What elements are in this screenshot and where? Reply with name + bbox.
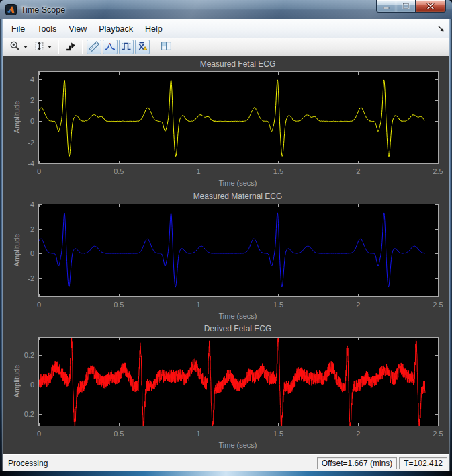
toolbar-separator: [58, 40, 59, 54]
zoom-in-icon: [9, 40, 21, 54]
figure-area: Measured Fetal ECGAmplitude00.511.522.54…: [3, 56, 449, 454]
chart-panel-3: Derived Fetal ECGAmplitude00.511.522.50.…: [3, 321, 449, 454]
y-tick-label: 0: [13, 381, 34, 389]
menu-item-file[interactable]: File: [5, 19, 31, 38]
x-tick-label: 0.5: [114, 430, 124, 438]
y-tick-label: 0: [13, 249, 34, 257]
chart-panel-1: Measured Fetal ECGAmplitude00.511.522.54…: [3, 56, 449, 189]
title-bar[interactable]: Time Scope: [0, 0, 452, 19]
y-tick-label: 0.2: [13, 351, 34, 359]
x-tick-label: 1: [197, 430, 201, 438]
plot-axes: [38, 71, 439, 164]
x-tick-label: 1.5: [273, 430, 283, 438]
layout-button[interactable]: [159, 40, 173, 54]
maximize-button[interactable]: [396, 0, 415, 13]
menu-item-playback[interactable]: Playback: [93, 19, 139, 38]
y-tick-label: 2: [13, 225, 34, 233]
chart-panel-2: Measured Maternal ECGAmplitude00.511.522…: [3, 189, 449, 321]
window-title: Time Scope: [21, 5, 65, 15]
step-forward-button[interactable]: [63, 40, 78, 54]
signal-statistics-icon: [137, 41, 148, 54]
time-indicator: T=102.412: [399, 457, 447, 469]
window-bottom-frame: [0, 471, 452, 476]
y-tick-label: 2: [13, 96, 34, 104]
offset-indicator: Offset=1.667 (mins): [317, 457, 398, 469]
status-message: Processing: [8, 459, 48, 468]
y-tick-label: -2: [13, 138, 34, 147]
scale-axes-icon: [34, 40, 45, 54]
x-tick-label: 1: [197, 301, 201, 309]
x-tick-label: 0: [37, 167, 41, 175]
y-tick-label: 4: [13, 200, 34, 208]
cursor-measurements-button[interactable]: [87, 40, 101, 54]
signal-statistics-button[interactable]: [135, 40, 150, 54]
close-icon: [426, 3, 435, 9]
menu-item-help[interactable]: Help: [139, 19, 169, 38]
y-tick-label: -0.2: [13, 410, 34, 418]
toolbar-separator: [82, 40, 83, 54]
zoom-in-dropdown-caret[interactable]: [24, 46, 28, 48]
x-tick-label: 1.5: [273, 301, 283, 309]
x-tick-label: 2: [356, 430, 360, 438]
window-controls: [376, 0, 446, 13]
minimize-button[interactable]: [376, 0, 396, 13]
menu-bar: FileToolsViewPlaybackHelp: [3, 19, 449, 38]
step-forward-icon: [64, 40, 77, 54]
x-axis-label: Time (secs): [38, 441, 437, 449]
zoom-in-button[interactable]: [7, 40, 22, 54]
x-axis-label: Time (secs): [38, 312, 437, 320]
minimize-icon: [383, 3, 390, 9]
y-tick-label: 4: [13, 75, 34, 83]
plot-canvas-3[interactable]: [39, 338, 438, 426]
x-tick-label: 2: [356, 167, 360, 175]
y-tick-label: 0: [13, 117, 34, 125]
y-tick-label: -2: [13, 274, 34, 282]
client-area: FileToolsViewPlaybackHelp Measured Fetal…: [3, 19, 449, 471]
scale-axes-dropdown-caret[interactable]: [48, 46, 52, 48]
maximize-icon: [402, 3, 410, 9]
bilevel-measurements-button[interactable]: [119, 40, 134, 54]
chart-title: Derived Fetal ECG: [38, 324, 437, 333]
plot-canvas-2[interactable]: [39, 204, 438, 296]
x-tick-label: 2.5: [433, 430, 443, 438]
dock-arrow-icon: [437, 25, 445, 32]
menu-item-tools[interactable]: Tools: [31, 19, 62, 38]
x-tick-label: 0: [37, 301, 41, 309]
close-button[interactable]: [415, 0, 446, 13]
x-tick-label: 2.5: [433, 167, 443, 175]
y-tick-label: -4: [13, 159, 34, 167]
x-axis-label: Time (secs): [38, 179, 437, 187]
layout-grid-icon: [161, 40, 172, 54]
plot-canvas-1[interactable]: [39, 72, 438, 163]
x-tick-label: 2: [356, 301, 360, 309]
plot-axes: [38, 337, 439, 426]
time-scope-window: Time Scope FileToolsViewPlaybackHelp: [0, 0, 452, 476]
status-bar: Processing Offset=1.667 (mins) T=102.412: [3, 454, 449, 471]
x-tick-label: 0.5: [114, 167, 124, 175]
x-tick-label: 0.5: [114, 301, 124, 309]
peak-finder-button[interactable]: [103, 40, 118, 54]
peak-finder-icon: [105, 41, 116, 54]
matlab-app-icon: [5, 4, 17, 15]
toolbar-separator: [154, 40, 154, 54]
menu-item-view[interactable]: View: [62, 19, 93, 38]
chart-title: Measured Maternal ECG: [38, 192, 437, 201]
dock-button[interactable]: [435, 23, 447, 35]
x-tick-label: 0: [37, 430, 41, 438]
x-tick-label: 2.5: [433, 301, 443, 309]
scale-axes-button[interactable]: [32, 40, 46, 54]
ruler-icon: [89, 41, 99, 54]
toolbar: [3, 38, 449, 56]
chart-title: Measured Fetal ECG: [38, 59, 437, 69]
bilevel-icon: [121, 41, 132, 54]
x-tick-label: 1: [197, 167, 201, 175]
x-tick-label: 1.5: [273, 167, 283, 175]
plot-axes: [38, 204, 439, 297]
